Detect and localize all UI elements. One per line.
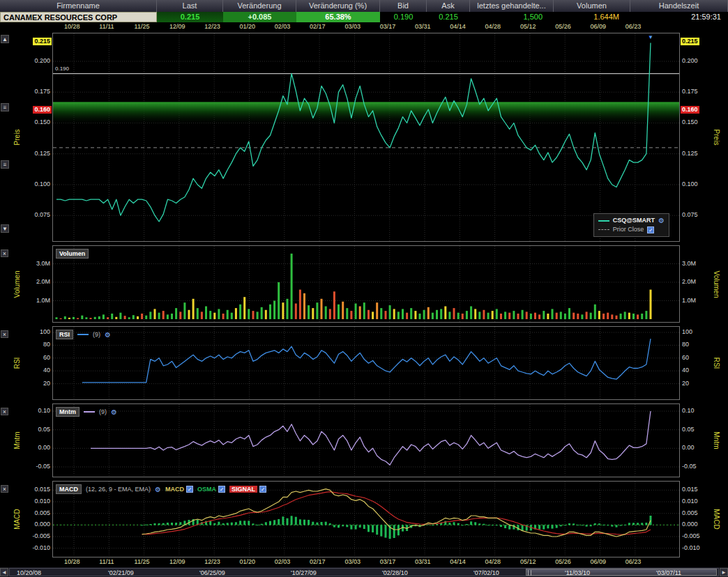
osma-checkbox[interactable]: ✓ [218, 486, 225, 493]
legend-row-prior-close[interactable]: Prior Close ✓ [598, 225, 665, 234]
mntm-settings-wrench-icon[interactable]: ⚙ [111, 408, 117, 416]
rsi-panel: RSI 10080604020 RSI (9) ⚙ RSI 1008060402… [0, 326, 728, 400]
prior-close-label: Prior Close [613, 225, 644, 234]
legend-row-series[interactable]: CSQ@SMART ⚙ [598, 216, 665, 225]
last-price-marker: 0.215 [681, 38, 699, 45]
price-axis-title-right: Preis [713, 130, 720, 146]
scrollbar-date-label: '02/28/10 [382, 569, 408, 577]
y-tick-label: 0.200 [34, 57, 50, 64]
x-tick-label: 06/09 [591, 23, 607, 30]
mntm-right-axis: Mntm 0.100.050.00-0.05 [680, 403, 728, 477]
volume-panel-label[interactable]: Volumen [56, 249, 89, 259]
macd-panel-label[interactable]: MACD [56, 484, 82, 494]
y-tick-label: 0.005 [34, 509, 50, 516]
close-rsi-panel-button[interactable]: × [1, 330, 8, 338]
y-tick-label: 0.00 [38, 444, 50, 451]
y-tick-label: 100 [682, 328, 692, 335]
rsi-param: (9) [93, 331, 100, 338]
col-header-change-pct[interactable]: Veränderung (%) [296, 0, 380, 12]
y-tick-label: 0.175 [34, 88, 50, 95]
col-header-ask[interactable]: Ask [427, 0, 470, 12]
ask-cell: 0.215 [427, 12, 470, 22]
close-macd-panel-button[interactable]: × [1, 485, 8, 493]
last-size-cell: 1,500 [470, 12, 554, 22]
x-tick-label: 04/14 [450, 23, 466, 30]
col-header-bid[interactable]: Bid [380, 0, 427, 12]
macd-checkbox[interactable]: ✓ [186, 486, 193, 493]
macd-header: MACD (12, 26, 9 - EMA, EMA) ⚙ MACD ✓ OSM… [56, 484, 266, 494]
close-volume-panel-button[interactable]: × [1, 249, 8, 257]
y-tick-label: -0.005 [682, 532, 700, 539]
y-tick-label: -0.05 [36, 463, 50, 470]
rsi-axis-title-right: RSI [713, 357, 720, 369]
scroll-left-button[interactable]: ◄ [0, 568, 8, 576]
macd-plot[interactable]: MACD (12, 26, 9 - EMA, EMA) ⚙ MACD ✓ OSM… [52, 481, 680, 557]
col-header-trade-time[interactable]: Handelszeit [630, 0, 728, 12]
splitter-handle-1[interactable]: ≡ [1, 103, 9, 111]
rsi-axis-title: RSI [13, 357, 21, 369]
signal-checkbox[interactable]: ✓ [259, 486, 266, 493]
x-tick-label: 03/03 [344, 558, 361, 565]
volume-axis-title-right: Volumen [713, 270, 720, 298]
last-bar-marker-top-icon: ▼ [648, 34, 653, 40]
x-tick-label: 12/23 [204, 23, 220, 30]
x-tick-label: 03/03 [344, 23, 361, 30]
y-tick-label: 1.0M [682, 297, 696, 304]
volume-plot[interactable]: Volumen [52, 245, 680, 323]
signal-series-label: SIGNAL [229, 486, 257, 493]
price-plot[interactable]: 0.190 ▼ ▲ CSQ@SMART ⚙ Prior Close ✓ [52, 33, 680, 242]
scrollbar-date-label: '02/21/09 [108, 569, 134, 577]
splitter-handle-2[interactable]: ≡ [1, 160, 9, 169]
col-header-last-size[interactable]: letztes gehandelte... [470, 0, 554, 12]
change-cell: +0.085 [223, 12, 296, 22]
mntm-plot[interactable]: Mntm (9) ⚙ [52, 403, 680, 477]
col-header-firmenname[interactable]: Firmenname [0, 0, 157, 12]
y-tick-label: 40 [43, 367, 50, 374]
rsi-plot[interactable]: RSI (9) ⚙ [52, 326, 680, 400]
scrollbar-track[interactable]: 10/20/08'02/21/09'06/25/09'10/27/09'02/2… [9, 568, 719, 576]
col-header-volume[interactable]: Volumen [554, 0, 630, 12]
prior-close-line-sample [598, 229, 609, 230]
rsi-panel-label[interactable]: RSI [56, 330, 73, 339]
x-tick-label: 01/20 [240, 23, 256, 30]
x-tick-label: 11/25 [135, 23, 150, 30]
prior-close-checkbox[interactable]: ✓ [647, 226, 654, 233]
pan-up-button[interactable]: ▲ [1, 35, 9, 43]
price-panel: Preis 0.2000.1750.1500.1250.1000.0750.21… [0, 33, 728, 242]
col-header-last[interactable]: Last [157, 0, 223, 12]
x-tick-label: 01/20 [240, 558, 256, 565]
x-tick-label: 02/17 [310, 558, 326, 565]
col-header-change[interactable]: Veränderung [223, 0, 296, 12]
macd-settings-wrench-icon[interactable]: ⚙ [155, 486, 161, 493]
price-left-axis: Preis 0.2000.1750.1500.1250.1000.0750.21… [0, 33, 52, 242]
close-mntm-panel-button[interactable]: × [1, 408, 8, 415]
y-tick-label: -0.05 [682, 463, 697, 470]
scrollbar-thumb[interactable] [526, 569, 717, 576]
x-tick-label: 02/17 [310, 23, 326, 30]
y-tick-label: 0.015 [34, 486, 50, 493]
y-tick-label: 0.10 [38, 407, 50, 414]
top-date-axis: 10/2811/1111/2512/0912/2301/2002/0302/17… [0, 22, 728, 32]
series-line-sample [598, 220, 609, 222]
y-tick-label: 0.125 [34, 150, 50, 157]
rsi-settings-wrench-icon[interactable]: ⚙ [105, 331, 111, 339]
x-tick-label: 12/09 [169, 23, 185, 30]
y-tick-label: 0.100 [682, 180, 698, 187]
bid-cell: 0.190 [380, 12, 427, 22]
mntm-axis-title-right: Mntm [713, 432, 720, 449]
y-tick-label: 0.10 [682, 407, 695, 414]
pan-down-button[interactable]: ▼ [1, 224, 9, 233]
rsi-header: RSI (9) ⚙ [56, 330, 111, 339]
macd-legend-item: MACD ✓ [165, 486, 193, 493]
scrollbar-grip[interactable] [528, 570, 531, 576]
quote-values-row: CANAMEX RESOURCES CORP 0.215 +0.085 65.3… [0, 12, 728, 22]
series-settings-wrench-icon[interactable]: ⚙ [658, 216, 665, 225]
scroll-right-button[interactable]: ► [720, 568, 728, 576]
x-tick-label: 11/11 [99, 558, 114, 565]
scrollbar-date-label: '10/27/09 [291, 569, 317, 577]
volume-panel: Volumen 3.0M2.0M1.0M Volumen Volumen 3.0… [0, 245, 728, 323]
scrollbar-date-label: '07/02/10 [473, 569, 499, 577]
mntm-panel-label[interactable]: Mntm [56, 407, 79, 417]
company-name-cell[interactable]: CANAMEX RESOURCES CORP [0, 12, 157, 22]
trade-time-cell: 21:59:31 [630, 12, 728, 22]
